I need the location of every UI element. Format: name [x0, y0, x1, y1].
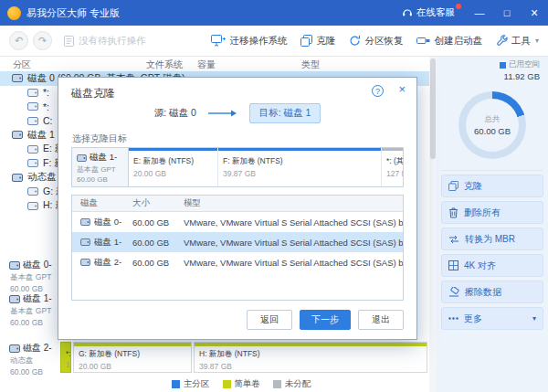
header-size: 大小	[132, 197, 184, 209]
partition-size: 127 MB	[66, 360, 70, 369]
chevron-down-icon: ▾	[532, 314, 536, 323]
donut-center: 总共 60.00 GB	[466, 99, 519, 152]
disk-map-disk1[interactable]: 磁盘 1- 基本盘 GPT 60.00 GB	[9, 292, 59, 327]
more-dots-icon	[448, 317, 458, 320]
target-value: 磁盘 1	[284, 107, 311, 118]
migrate-os-button[interactable]: 迁移操作系统	[211, 35, 287, 48]
disk-name: 磁盘 2-	[23, 342, 52, 355]
disk-map-disk2[interactable]: 磁盘 2- 动态盘 60.00 GB	[9, 342, 59, 376]
partition-box-g[interactable]: G: 新加卷 (NTFS) 20.00 GB	[73, 342, 192, 373]
next-button[interactable]: 下一步	[300, 310, 351, 330]
source-value: 磁盘 0	[169, 107, 196, 118]
target-disk-strip: 磁盘 1- 基本盘 GPT 60.00 GB E: 新加卷 (NTFS) 20.…	[71, 147, 404, 187]
scrollbar-thumb[interactable]	[430, 58, 436, 159]
table-row-disk1[interactable]: 磁盘 1- 60.00 GB VMware, VMware Virtual S …	[72, 232, 403, 252]
disk-size: 60.00 GB	[9, 318, 59, 327]
wrench-icon	[496, 35, 508, 47]
dialog-close-icon[interactable]: ×	[398, 82, 406, 96]
strip-partition-label: F: 新加卷 (NTFS)	[223, 156, 381, 167]
partition-legend: 主分区 简单卷 未分配	[172, 378, 311, 390]
tree-item-label: C:	[43, 115, 53, 126]
migrate-os-icon	[211, 35, 226, 47]
cell-disk: 磁盘 1-	[94, 237, 121, 249]
migrate-os-label: 迁移操作系统	[229, 35, 287, 48]
create-bootable-button[interactable]: 创建启动盘	[416, 35, 482, 48]
partition-list-header: 分区 文件系统 容量 类型	[0, 58, 429, 71]
disk-icon	[80, 259, 90, 266]
pending-operations: 没有待执行操作	[64, 35, 146, 48]
clone-sidebar-button[interactable]: 克隆	[441, 175, 543, 197]
dialog-buttons: 返回 下一步 退出	[247, 310, 404, 330]
convert-to-mbr-button[interactable]: 转换为 MBR	[441, 228, 543, 250]
sidebar-button-label: 删除所有	[464, 207, 501, 219]
redo-button[interactable]: ↷	[33, 31, 52, 50]
column-type[interactable]: 类型	[301, 58, 320, 71]
vertical-scrollbar[interactable]	[429, 57, 437, 392]
sidebar-button-label: 更多	[464, 313, 482, 325]
legend-primary: 主分区	[172, 378, 210, 390]
partition-icon	[27, 102, 38, 111]
disk-map-disk0[interactable]: 磁盘 0- 基本盘 GPT 60.00 GB	[9, 259, 59, 293]
disk-type: 基本盘 GPT	[9, 272, 59, 283]
clone-icon	[300, 35, 312, 47]
disk-icon	[9, 344, 20, 353]
disk-icon	[12, 174, 23, 182]
toolbar-actions: 迁移操作系统 克隆 分区恢复 创建启动盘 工具 ▾	[211, 35, 539, 48]
column-capacity[interactable]: 容量	[197, 58, 216, 71]
total-value: 60.00 GB	[474, 126, 511, 136]
app-window: 易我分区大师 专业版 在线客服 — □ × ↶ ↷ 没有待执行操作 迁移操作系统…	[0, 0, 548, 392]
partition-recovery-button[interactable]: 分区恢复	[349, 35, 403, 48]
close-button[interactable]: ×	[521, 0, 548, 26]
4k-align-button[interactable]: 4K 对齐	[441, 254, 543, 277]
column-filesystem[interactable]: 文件系统	[146, 58, 183, 71]
app-title: 易我分区大师 专业版	[26, 6, 120, 20]
disk-clone-dialog: 磁盘克隆 ? × 源: 磁盘 0 目标: 磁盘 1 选择克隆目标 磁盘 1- 基…	[58, 77, 417, 340]
undo-button[interactable]: ↶	[9, 31, 28, 50]
tools-button[interactable]: 工具 ▾	[496, 35, 539, 48]
chevron-down-icon: ▾	[535, 37, 539, 45]
strip-disk-name: 磁盘 1-	[90, 152, 117, 164]
strip-partition-size: 127 MB	[386, 169, 403, 178]
disk-icon	[80, 238, 90, 246]
disk2-partition-bar: *: 127 MB G: 新加卷 (NTFS) 20.00 GB H: 新加卷 …	[60, 342, 427, 373]
online-service-label: 在线客服	[416, 6, 455, 19]
partition-recovery-icon	[349, 35, 361, 47]
bootable-disk-icon	[416, 36, 430, 46]
simple-swatch-icon	[223, 380, 231, 388]
used-space: 已用空间 11.92 GB	[500, 59, 540, 81]
partition-icon	[27, 159, 38, 167]
target-label: 目标:	[259, 107, 281, 118]
clone-toolbar-label: 克隆	[316, 35, 335, 48]
partition-icon	[27, 187, 38, 196]
strip-disk-type: 基本盘 GPT	[77, 164, 128, 175]
total-label: 总共	[485, 114, 501, 125]
partition-box-star[interactable]: *: 127 MB	[60, 342, 71, 373]
sidebar-button-label: 转换为 MBR	[465, 233, 515, 246]
back-button[interactable]: 返回	[247, 310, 292, 330]
partition-size: 39.87 GB	[199, 362, 427, 371]
partition-box-h[interactable]: H: 新加卷 (NTFS) 39.87 GB	[194, 342, 427, 373]
maximize-button[interactable]: □	[493, 0, 521, 26]
convert-icon	[448, 235, 459, 244]
cell-disk: 磁盘 0-	[94, 217, 121, 228]
table-row-disk0[interactable]: 磁盘 0- 60.00 GB VMware, VMware Virtual S …	[72, 212, 403, 232]
disk-size: 60.00 GB	[9, 367, 59, 376]
strip-partition-f[interactable]: F: 新加卷 (NTFS) 39.87 GB	[217, 148, 381, 186]
table-row-disk2[interactable]: 磁盘 2- 60.00 GB VMware, VMware Virtual S …	[72, 252, 403, 272]
strip-partition-size: 20.00 GB	[133, 169, 217, 178]
more-button[interactable]: 更多 ▾	[441, 307, 543, 330]
help-icon[interactable]: ?	[372, 85, 384, 97]
exit-button[interactable]: 退出	[358, 310, 404, 330]
minimize-button[interactable]: —	[466, 0, 493, 26]
partition-size: 20.00 GB	[79, 362, 191, 371]
clone-toolbar-button[interactable]: 克隆	[300, 35, 335, 48]
create-bootable-label: 创建启动盘	[434, 35, 482, 48]
strip-partition-e[interactable]: E: 新加卷 (NTFS) 20.00 GB	[129, 148, 217, 186]
used-swatch-icon	[500, 62, 506, 69]
online-service-button[interactable]: 在线客服	[391, 0, 466, 26]
column-partition[interactable]: 分区	[13, 58, 31, 71]
wipe-data-button[interactable]: 擦除数据	[441, 281, 543, 303]
unallocated-swatch-icon	[273, 380, 281, 388]
delete-all-button[interactable]: 删除所有	[441, 201, 543, 224]
strip-partition-other[interactable]: *: (其他) 127 MB	[381, 148, 403, 186]
